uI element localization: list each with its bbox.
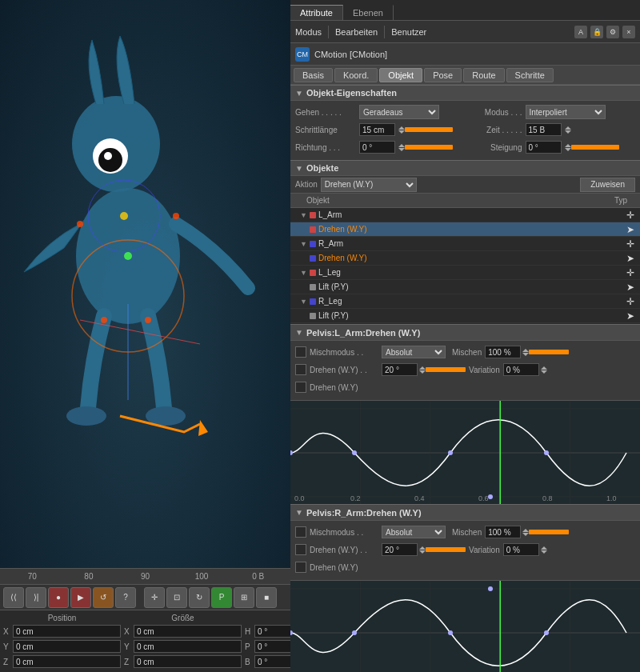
drehen-r-input1[interactable] [382, 543, 418, 556]
drehen-r-slider1[interactable] [426, 547, 466, 552]
list-item[interactable]: ▼ R_Leg ✛ [290, 294, 640, 309]
drehen-r-check1[interactable] [295, 544, 306, 555]
variation-l-down[interactable] [541, 370, 547, 374]
tab-schritte[interactable]: Schritte [506, 68, 554, 82]
drehen-r-check2[interactable] [295, 562, 306, 573]
tab-koord[interactable]: Koord. [334, 68, 378, 82]
list-item[interactable]: Drehen (W.Y) ➤ [290, 251, 640, 266]
mischen-l-down[interactable] [522, 353, 529, 356]
schrittlaenge-slider[interactable] [405, 127, 453, 132]
pelvis-r-arm-header[interactable]: ▼ Pelvis:R_Arm:Drehen (W.Y) [290, 505, 640, 521]
richtung-down[interactable] [398, 148, 405, 151]
point-tool[interactable]: P [211, 587, 232, 608]
tab-attribute[interactable]: Attribute [290, 5, 343, 20]
drehen-l-input1[interactable] [382, 363, 418, 376]
variation-r-up[interactable] [541, 546, 547, 550]
pelvis-l-arm-header[interactable]: ▼ Pelvis:L_Arm:Drehen (W.Y) [290, 325, 640, 341]
help-button[interactable]: ? [115, 587, 136, 608]
drehen-l-check2[interactable] [295, 382, 306, 393]
step-forward-button[interactable]: ⟩| [26, 587, 46, 608]
schrittlaenge-input[interactable] [359, 123, 395, 136]
pos-z-input[interactable] [13, 655, 121, 668]
angle-p-input[interactable] [254, 640, 290, 653]
toolbar-icon-2[interactable]: 🔒 [590, 26, 603, 38]
mischmodus-r-select[interactable]: Absolut [382, 526, 446, 538]
toolbar-bearbeiten[interactable]: Bearbeiten [335, 27, 378, 37]
rewind-button[interactable]: ⟨⟨ [3, 587, 24, 608]
size-z-input[interactable] [134, 655, 242, 668]
steigung-input[interactable] [526, 141, 562, 154]
drehen-r-down1[interactable] [419, 550, 426, 554]
modus-select[interactable]: Interpoliert [526, 105, 606, 119]
mischen-l-up[interactable] [522, 349, 529, 352]
steigung-down[interactable] [565, 148, 571, 151]
steigung-up[interactable] [565, 144, 571, 147]
render-tool[interactable]: ■ [256, 587, 277, 608]
list-item[interactable]: Drehen (W.Y) ➤ [290, 222, 640, 237]
list-item[interactable]: ▼ L_Arm ✛ [290, 208, 640, 222]
expand-r-leg[interactable]: ▼ [300, 298, 310, 306]
tab-objekt[interactable]: Objekt [379, 68, 422, 82]
schritt-down[interactable] [398, 130, 405, 134]
steigung-slider[interactable] [571, 145, 619, 150]
richtung-slider[interactable] [405, 145, 453, 150]
size-x-input[interactable] [134, 625, 242, 638]
record-button[interactable]: ● [48, 587, 69, 608]
list-item[interactable]: ▼ R_Arm ✛ [290, 237, 640, 251]
mischen-r-input[interactable] [485, 526, 521, 538]
aktion-select[interactable]: Drehen (W.Y) [321, 178, 417, 192]
zeit-up[interactable] [565, 126, 571, 130]
pos-y-input[interactable] [13, 640, 121, 653]
mischmodus-r-check[interactable] [295, 526, 306, 538]
expand-r-arm[interactable]: ▼ [300, 240, 310, 248]
mischen-r-slider[interactable] [529, 530, 569, 534]
grid-tool[interactable]: ⊞ [234, 587, 254, 608]
rotate-tool[interactable]: ↻ [189, 587, 210, 608]
mischen-r-down[interactable] [522, 533, 529, 536]
loop-button[interactable]: ↺ [93, 587, 114, 608]
drehen-l-down1[interactable] [419, 370, 426, 374]
play-button[interactable]: ▶ [70, 587, 91, 608]
graph-l-arm[interactable]: 0.0 0.2 0.4 0.6 0.8 1.0 [290, 400, 640, 504]
tab-pose[interactable]: Pose [424, 68, 462, 82]
variation-r-down[interactable] [541, 550, 547, 554]
mischen-l-slider[interactable] [529, 350, 569, 354]
drehen-l-up1[interactable] [419, 366, 426, 370]
drehen-l-slider1[interactable] [426, 367, 466, 372]
variation-l-input[interactable] [503, 363, 539, 376]
richtung-input[interactable] [359, 141, 395, 154]
tab-route[interactable]: Route [463, 68, 504, 82]
angle-b-input[interactable] [254, 655, 290, 668]
mischen-r-up[interactable] [522, 529, 529, 532]
move-tool[interactable]: ✛ [144, 587, 165, 608]
tab-ebenen[interactable]: Ebenen [343, 5, 394, 20]
list-item[interactable]: Lift (P.Y) ➤ [290, 280, 640, 294]
list-item[interactable]: Lift (P.Y) ➤ [290, 309, 640, 323]
zeit-input[interactable] [526, 123, 562, 136]
drehen-l-check1[interactable] [295, 364, 306, 375]
zuweisen-button[interactable]: Zuweisen [580, 178, 635, 192]
toolbar-benutzer[interactable]: Benutzer [391, 27, 426, 37]
gehen-select[interactable]: Geradeaus [359, 105, 439, 119]
angle-h-input[interactable] [254, 625, 290, 638]
mischen-l-input[interactable] [485, 346, 521, 358]
list-item[interactable]: ▼ L_Leg ✛ [290, 266, 640, 280]
graph-r-arm[interactable]: 0.0 0.2 0.4 0.6 0.8 1.0 [290, 580, 640, 672]
toolbar-icon-3[interactable]: ⚙ [606, 26, 619, 38]
expand-l-leg[interactable]: ▼ [300, 269, 310, 277]
variation-r-input[interactable] [503, 543, 539, 556]
size-y-input[interactable] [134, 640, 242, 653]
tab-basis[interactable]: Basis [294, 68, 333, 82]
schritt-up[interactable] [398, 126, 405, 130]
expand-l-arm[interactable]: ▼ [300, 211, 310, 219]
mischmodus-l-check[interactable] [295, 346, 306, 358]
toolbar-modus[interactable]: Modus [295, 27, 322, 37]
richtung-up[interactable] [398, 144, 405, 147]
toolbar-icon-4[interactable]: × [622, 26, 635, 38]
right-scroll[interactable]: ▼ Objekt-Eigenschaften Gehen . . . . . G… [290, 85, 640, 672]
toolbar-icon-1[interactable]: A [574, 26, 587, 38]
variation-l-up[interactable] [541, 366, 547, 370]
zeit-down[interactable] [565, 130, 571, 134]
mischmodus-l-select[interactable]: Absolut [382, 346, 446, 358]
pos-x-input[interactable] [13, 625, 121, 638]
